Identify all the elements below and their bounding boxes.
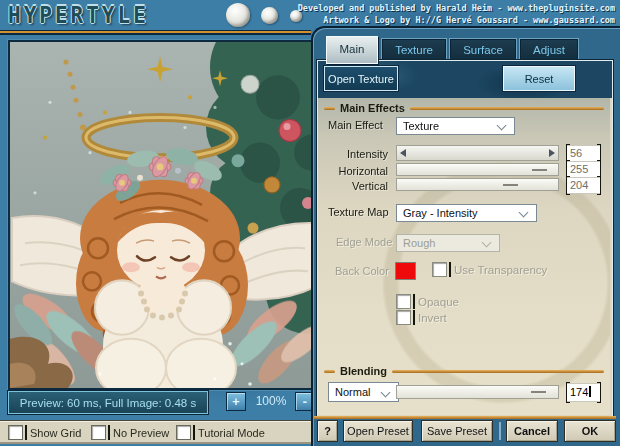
- header-divider: [0, 30, 311, 35]
- texture-map-value: Gray - Intensity: [403, 207, 478, 219]
- texture-map-dropdown[interactable]: Gray - Intensity: [396, 204, 537, 222]
- checkbox-bar: [25, 425, 27, 440]
- checkbox-box[interactable]: [8, 425, 23, 440]
- chevron-down-icon: [519, 208, 529, 218]
- open-preset-button[interactable]: Open Preset: [343, 420, 413, 442]
- texture-map-label: Texture Map: [328, 206, 389, 218]
- panel-bottom-accent: [314, 416, 616, 419]
- decor-circle-large: [226, 3, 250, 27]
- credits: Developed and published by Harald Heim -…: [298, 2, 615, 26]
- hypertyle-window: HYPERTYLE Developed and published by Har…: [0, 0, 620, 446]
- vertical-value[interactable]: 204: [566, 177, 601, 194]
- slider-left-arrow-icon[interactable]: [400, 149, 406, 157]
- zoom-in-button[interactable]: +: [226, 392, 246, 411]
- slider-thumb[interactable]: [532, 169, 547, 171]
- tab-main[interactable]: Main: [326, 36, 378, 64]
- preview-image[interactable]: [10, 42, 316, 388]
- tutorial-mode-label: Tutorial Mode: [198, 427, 265, 439]
- edge-mode-label: Edge Mode: [336, 236, 392, 248]
- save-preset-button[interactable]: Save Preset: [421, 420, 493, 442]
- decor-circle-medium: [261, 7, 278, 24]
- show-grid-checkbox[interactable]: Show Grid: [8, 425, 81, 440]
- checkbox-bar: [108, 425, 110, 440]
- section-dash: [324, 370, 335, 373]
- blending-slider[interactable]: [396, 385, 559, 399]
- vertical-slider[interactable]: [396, 178, 559, 191]
- blend-mode-dropdown[interactable]: Normal: [328, 382, 399, 402]
- invert-label: Invert: [418, 312, 447, 324]
- text-cursor: [589, 386, 591, 397]
- edge-mode-value: Rough: [403, 237, 435, 249]
- checkbox-bar: [193, 425, 195, 440]
- horizontal-value[interactable]: 255: [566, 161, 601, 178]
- invert-checkbox: Invert: [396, 310, 447, 325]
- app-logo: HYPERTYLE: [8, 2, 149, 28]
- reset-button[interactable]: Reset: [503, 66, 575, 91]
- status-text: Preview: 60 ms, Full Image: 0.48 s: [20, 397, 196, 409]
- checkbox-box: [396, 294, 411, 309]
- show-grid-label: Show Grid: [30, 427, 81, 439]
- checkbox-box[interactable]: [176, 425, 191, 440]
- checkbox-box[interactable]: [91, 425, 106, 440]
- open-texture-button[interactable]: Open Texture: [324, 66, 398, 91]
- chevron-down-icon: [497, 121, 507, 131]
- tab-surface[interactable]: Surface: [449, 38, 517, 61]
- checkbox-box: [396, 310, 411, 325]
- tab-texture[interactable]: Texture: [381, 38, 447, 61]
- use-transparency-label: Use Transparency: [454, 264, 547, 276]
- slider-right-arrow-icon[interactable]: [549, 149, 555, 157]
- blending-section-header: Blending: [324, 365, 604, 377]
- checkbox-bar: [413, 310, 415, 325]
- main-effects-pane: Main Effects Main Effect Texture Intensi…: [318, 98, 610, 415]
- zoom-level: 100%: [248, 394, 294, 408]
- cancel-button[interactable]: Cancel: [506, 420, 558, 442]
- button-divider: [499, 422, 501, 440]
- vertical-label: Vertical: [318, 180, 388, 192]
- chevron-down-icon: [381, 388, 391, 398]
- credit-line-2: Artwork & Logo by H://G Hervé Goussard -…: [298, 14, 615, 26]
- main-effects-section-header: Main Effects: [324, 102, 604, 114]
- credit-line-1: Developed and published by Harald Heim -…: [298, 2, 615, 14]
- slider-thumb[interactable]: [531, 391, 546, 393]
- section-line: [410, 107, 604, 110]
- chevron-down-icon: [482, 238, 492, 248]
- horizontal-slider[interactable]: [396, 163, 559, 176]
- horizontal-label: Horizontal: [318, 165, 388, 177]
- tab-adjust[interactable]: Adjust: [519, 38, 579, 61]
- section-title: Main Effects: [340, 102, 405, 114]
- back-color-label: Back Color: [335, 265, 389, 277]
- option-bar: Show Grid No Preview Tutorial Mode: [0, 420, 311, 444]
- preview-frame: [8, 40, 318, 390]
- main-effect-label: Main Effect: [328, 119, 383, 131]
- section-title: Blending: [340, 365, 387, 377]
- ok-button[interactable]: OK: [564, 420, 616, 442]
- status-bar: Preview: 60 ms, Full Image: 0.48 s: [8, 391, 208, 414]
- checkbox-box: [432, 262, 447, 277]
- main-effect-value: Texture: [403, 120, 439, 132]
- main-tab-content: Open Texture Reset Main Effects Main Eff…: [317, 60, 613, 417]
- slider-thumb[interactable]: [503, 184, 518, 186]
- blending-value-input[interactable]: 174: [566, 383, 601, 402]
- section-line: [392, 370, 604, 373]
- main-effect-dropdown[interactable]: Texture: [396, 117, 515, 135]
- intensity-slider[interactable]: [396, 145, 559, 161]
- edge-mode-dropdown: Rough: [396, 234, 500, 252]
- opaque-label: Opaque: [418, 296, 459, 308]
- blending-value-text: 174: [570, 386, 588, 398]
- no-preview-label: No Preview: [113, 427, 169, 439]
- blend-mode-value: Normal: [335, 386, 370, 398]
- texture-toolbar: Open Texture Reset: [318, 61, 612, 98]
- section-dash: [324, 107, 335, 110]
- checkbox-bar: [413, 294, 415, 309]
- tutorial-mode-checkbox[interactable]: Tutorial Mode: [176, 425, 265, 440]
- back-color-swatch[interactable]: [395, 262, 416, 280]
- checkbox-bar: [449, 262, 451, 277]
- help-button[interactable]: ?: [317, 420, 338, 442]
- intensity-label: Intensity: [318, 148, 388, 160]
- intensity-value[interactable]: 56: [566, 145, 601, 162]
- use-transparency-checkbox: Use Transparency: [432, 262, 547, 277]
- opaque-checkbox: Opaque: [396, 294, 459, 309]
- no-preview-checkbox[interactable]: No Preview: [91, 425, 169, 440]
